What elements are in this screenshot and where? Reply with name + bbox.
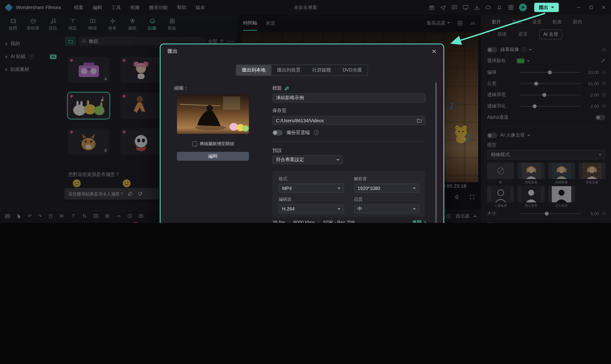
resolution-select[interactable]: 1920*1080 bbox=[354, 184, 419, 193]
preset-label: 預設 bbox=[272, 147, 282, 154]
folder-icon[interactable] bbox=[417, 118, 422, 123]
export-dialog-tabs: 匯出到本地 匯出到裝置 社群媒體 DVD光碟 bbox=[236, 65, 368, 76]
format-settings-box: 格式 解析度 MP4 1920*1080 編碼器 品質 H.264 中 bbox=[272, 171, 426, 217]
export-tab-dvd[interactable]: DVD光碟 bbox=[337, 65, 368, 76]
advanced-link[interactable]: 進階 bbox=[412, 219, 426, 223]
export-tab-local[interactable]: 匯出到本地 bbox=[236, 65, 271, 76]
cloud-backup-label: 備份至雲端 bbox=[286, 129, 310, 136]
export-button-label: 匯出 bbox=[539, 4, 548, 11]
divider bbox=[272, 141, 426, 142]
edit-thumbnail-button[interactable]: 編輯 bbox=[177, 152, 249, 161]
cloud-backup-row: 備份至雲端 bbox=[272, 129, 319, 136]
export-button-top[interactable]: 匯出 bbox=[534, 3, 559, 12]
dialog-close-button[interactable] bbox=[430, 47, 438, 55]
chevron-right-icon bbox=[423, 221, 426, 223]
bitrate-info: 8000 kbps bbox=[293, 220, 315, 223]
preset-select[interactable]: 符合專案設定 bbox=[272, 155, 343, 164]
title-input[interactable]: 凍結影格示例 bbox=[272, 93, 426, 103]
save-to-label: 保存至 bbox=[272, 107, 286, 114]
thumbnail-label: 縮圖： bbox=[174, 85, 188, 91]
thumbnail-checkbox-row[interactable]: 將縮圖新增至開頭 bbox=[177, 141, 249, 147]
chevron-down-icon bbox=[551, 7, 554, 8]
quality-label: 品質 bbox=[354, 196, 419, 202]
dialog-scrollbar[interactable] bbox=[435, 82, 437, 223]
colorspace-info: SDR - Rec.709 bbox=[323, 220, 355, 223]
title-label-row: 標題 bbox=[272, 85, 290, 91]
fps-info: 25 fps bbox=[272, 220, 285, 223]
thumbnail-art bbox=[177, 94, 249, 134]
export-dialog: 匯出 匯出到本地 匯出到裝置 社群媒體 DVD光碟 縮圖： bbox=[160, 44, 444, 223]
cloud-backup-toggle[interactable] bbox=[272, 130, 282, 135]
filmora-app: Wondershare Filmora 檔案 編輯 工具 視圖 擴充功能 幫助 … bbox=[0, 0, 611, 223]
save-path-input[interactable]: C:/Users/86134/Videos bbox=[272, 116, 426, 125]
close-icon bbox=[432, 49, 437, 54]
export-tab-device[interactable]: 匯出到裝置 bbox=[271, 65, 306, 76]
encoder-select[interactable]: H.264 bbox=[278, 204, 344, 213]
dialog-title: 匯出 bbox=[167, 48, 178, 55]
encoder-label: 編碼器 bbox=[278, 196, 344, 202]
resolution-label: 解析度 bbox=[354, 176, 419, 182]
ai-edit-icon[interactable] bbox=[284, 85, 290, 91]
quality-select[interactable]: 中 bbox=[354, 204, 419, 213]
chevron-down-icon bbox=[336, 159, 339, 161]
format-select[interactable]: MP4 bbox=[278, 184, 344, 193]
stream-info-row: 25 fps 8000 kbps SDR - Rec.709 進階 bbox=[272, 219, 426, 223]
export-thumbnail bbox=[177, 94, 249, 134]
export-tab-social[interactable]: 社群媒體 bbox=[306, 65, 337, 76]
checkbox[interactable] bbox=[192, 141, 197, 146]
checkbox-label: 將縮圖新增至開頭 bbox=[200, 141, 234, 147]
help-icon[interactable] bbox=[314, 130, 319, 135]
format-label: 格式 bbox=[278, 176, 344, 182]
